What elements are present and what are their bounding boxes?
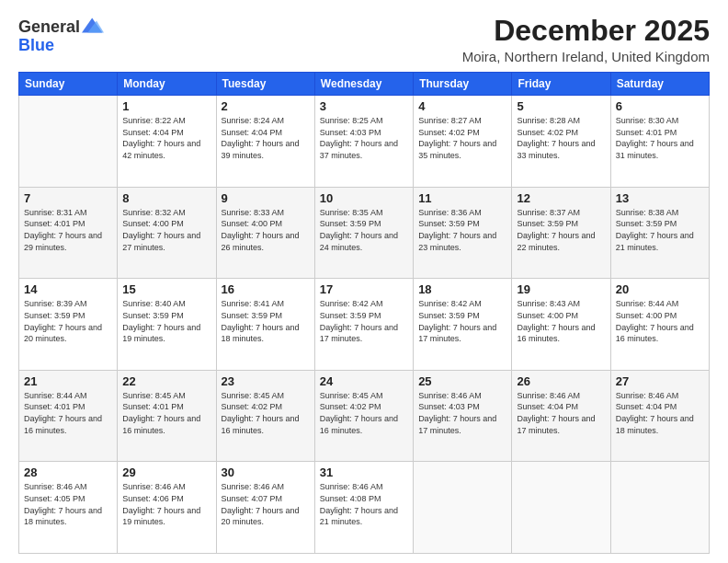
day-number: 27 bbox=[616, 374, 704, 388]
logo-blue-text: Blue bbox=[18, 37, 104, 55]
day-info: Sunrise: 8:45 AMSunset: 4:01 PMDaylight:… bbox=[122, 390, 210, 436]
day-info: Sunrise: 8:42 AMSunset: 3:59 PMDaylight:… bbox=[418, 298, 506, 344]
day-info: Sunrise: 8:39 AMSunset: 3:59 PMDaylight:… bbox=[24, 298, 112, 344]
calendar-cell: 24Sunrise: 8:45 AMSunset: 4:02 PMDayligh… bbox=[314, 370, 413, 462]
calendar-cell: 20Sunrise: 8:44 AMSunset: 4:00 PMDayligh… bbox=[610, 279, 709, 371]
calendar-cell bbox=[414, 462, 512, 554]
calendar-cell: 25Sunrise: 8:46 AMSunset: 4:03 PMDayligh… bbox=[414, 370, 512, 462]
day-number: 2 bbox=[222, 99, 310, 113]
day-number: 5 bbox=[517, 99, 605, 113]
calendar-cell: 6Sunrise: 8:30 AMSunset: 4:01 PMDaylight… bbox=[610, 96, 709, 188]
calendar-cell: 10Sunrise: 8:35 AMSunset: 3:59 PMDayligh… bbox=[314, 187, 413, 279]
day-info: Sunrise: 8:22 AMSunset: 4:04 PMDaylight:… bbox=[122, 115, 210, 161]
calendar-cell: 11Sunrise: 8:36 AMSunset: 3:59 PMDayligh… bbox=[414, 187, 512, 279]
calendar-cell: 15Sunrise: 8:40 AMSunset: 3:59 PMDayligh… bbox=[118, 279, 216, 371]
day-number: 21 bbox=[24, 374, 112, 388]
day-info: Sunrise: 8:41 AMSunset: 3:59 PMDaylight:… bbox=[222, 298, 310, 344]
calendar-cell bbox=[512, 462, 610, 554]
day-info: Sunrise: 8:42 AMSunset: 3:59 PMDaylight:… bbox=[320, 298, 408, 344]
day-number: 14 bbox=[24, 282, 112, 296]
day-info: Sunrise: 8:30 AMSunset: 4:01 PMDaylight:… bbox=[616, 115, 704, 161]
day-info: Sunrise: 8:45 AMSunset: 4:02 PMDaylight:… bbox=[320, 390, 408, 436]
day-number: 31 bbox=[320, 465, 408, 479]
day-info: Sunrise: 8:35 AMSunset: 3:59 PMDaylight:… bbox=[320, 207, 408, 253]
location: Moira, Northern Ireland, United Kingdom bbox=[462, 49, 710, 64]
day-number: 16 bbox=[222, 282, 310, 296]
month-title: December 2025 bbox=[462, 15, 710, 47]
day-number: 24 bbox=[320, 374, 408, 388]
calendar-cell: 31Sunrise: 8:46 AMSunset: 4:08 PMDayligh… bbox=[314, 462, 413, 554]
calendar-cell: 4Sunrise: 8:27 AMSunset: 4:02 PMDaylight… bbox=[414, 96, 512, 188]
calendar-week-row: 1Sunrise: 8:22 AMSunset: 4:04 PMDaylight… bbox=[19, 96, 710, 188]
day-number: 6 bbox=[616, 99, 704, 113]
calendar-cell: 9Sunrise: 8:33 AMSunset: 4:00 PMDaylight… bbox=[216, 187, 314, 279]
calendar-week-row: 21Sunrise: 8:44 AMSunset: 4:01 PMDayligh… bbox=[19, 370, 710, 462]
calendar-cell: 29Sunrise: 8:46 AMSunset: 4:06 PMDayligh… bbox=[118, 462, 216, 554]
day-info: Sunrise: 8:44 AMSunset: 4:01 PMDaylight:… bbox=[24, 390, 112, 436]
day-number: 12 bbox=[517, 191, 605, 205]
day-number: 15 bbox=[122, 282, 210, 296]
day-number: 23 bbox=[222, 374, 310, 388]
calendar-cell: 21Sunrise: 8:44 AMSunset: 4:01 PMDayligh… bbox=[19, 370, 118, 462]
calendar-cell: 8Sunrise: 8:32 AMSunset: 4:00 PMDaylight… bbox=[118, 187, 216, 279]
calendar-cell: 19Sunrise: 8:43 AMSunset: 4:00 PMDayligh… bbox=[512, 279, 610, 371]
day-number: 19 bbox=[517, 282, 605, 296]
day-number: 22 bbox=[122, 374, 210, 388]
day-number: 9 bbox=[222, 191, 310, 205]
weekday-header-row: SundayMondayTuesdayWednesdayThursdayFrid… bbox=[19, 73, 710, 96]
weekday-header-tuesday: Tuesday bbox=[216, 73, 314, 96]
calendar-cell: 18Sunrise: 8:42 AMSunset: 3:59 PMDayligh… bbox=[414, 279, 512, 371]
day-number: 11 bbox=[418, 191, 506, 205]
calendar-cell: 30Sunrise: 8:46 AMSunset: 4:07 PMDayligh… bbox=[216, 462, 314, 554]
calendar-cell: 3Sunrise: 8:25 AMSunset: 4:03 PMDaylight… bbox=[314, 96, 413, 188]
day-number: 18 bbox=[418, 282, 506, 296]
weekday-header-saturday: Saturday bbox=[610, 73, 709, 96]
day-info: Sunrise: 8:46 AMSunset: 4:06 PMDaylight:… bbox=[122, 481, 210, 527]
day-number: 26 bbox=[517, 374, 605, 388]
day-info: Sunrise: 8:40 AMSunset: 3:59 PMDaylight:… bbox=[122, 298, 210, 344]
day-number: 25 bbox=[418, 374, 506, 388]
calendar-cell: 27Sunrise: 8:46 AMSunset: 4:04 PMDayligh… bbox=[610, 370, 709, 462]
day-number: 7 bbox=[24, 191, 112, 205]
day-info: Sunrise: 8:32 AMSunset: 4:00 PMDaylight:… bbox=[122, 207, 210, 253]
calendar-cell: 13Sunrise: 8:38 AMSunset: 3:59 PMDayligh… bbox=[610, 187, 709, 279]
day-info: Sunrise: 8:45 AMSunset: 4:02 PMDaylight:… bbox=[222, 390, 310, 436]
calendar-week-row: 28Sunrise: 8:46 AMSunset: 4:05 PMDayligh… bbox=[19, 462, 710, 554]
day-number: 1 bbox=[122, 99, 210, 113]
calendar-cell: 2Sunrise: 8:24 AMSunset: 4:04 PMDaylight… bbox=[216, 96, 314, 188]
calendar-cell: 17Sunrise: 8:42 AMSunset: 3:59 PMDayligh… bbox=[314, 279, 413, 371]
weekday-header-monday: Monday bbox=[118, 73, 216, 96]
day-info: Sunrise: 8:28 AMSunset: 4:02 PMDaylight:… bbox=[517, 115, 605, 161]
day-info: Sunrise: 8:31 AMSunset: 4:01 PMDaylight:… bbox=[24, 207, 112, 253]
day-info: Sunrise: 8:46 AMSunset: 4:04 PMDaylight:… bbox=[517, 390, 605, 436]
day-info: Sunrise: 8:46 AMSunset: 4:04 PMDaylight:… bbox=[616, 390, 704, 436]
title-block: December 2025 Moira, Northern Ireland, U… bbox=[462, 15, 710, 64]
day-info: Sunrise: 8:36 AMSunset: 3:59 PMDaylight:… bbox=[418, 207, 506, 253]
calendar-cell: 28Sunrise: 8:46 AMSunset: 4:05 PMDayligh… bbox=[19, 462, 118, 554]
weekday-header-thursday: Thursday bbox=[414, 73, 512, 96]
day-info: Sunrise: 8:44 AMSunset: 4:00 PMDaylight:… bbox=[616, 298, 704, 344]
weekday-header-friday: Friday bbox=[512, 73, 610, 96]
day-info: Sunrise: 8:38 AMSunset: 3:59 PMDaylight:… bbox=[616, 207, 704, 253]
day-number: 3 bbox=[320, 99, 408, 113]
weekday-header-sunday: Sunday bbox=[19, 73, 118, 96]
day-info: Sunrise: 8:37 AMSunset: 3:59 PMDaylight:… bbox=[517, 207, 605, 253]
day-number: 13 bbox=[616, 191, 704, 205]
calendar-cell: 7Sunrise: 8:31 AMSunset: 4:01 PMDaylight… bbox=[19, 187, 118, 279]
calendar-cell: 22Sunrise: 8:45 AMSunset: 4:01 PMDayligh… bbox=[118, 370, 216, 462]
day-info: Sunrise: 8:27 AMSunset: 4:02 PMDaylight:… bbox=[418, 115, 506, 161]
page: General Blue December 2025 Moira, Northe… bbox=[0, 0, 728, 563]
calendar-cell: 16Sunrise: 8:41 AMSunset: 3:59 PMDayligh… bbox=[216, 279, 314, 371]
day-info: Sunrise: 8:33 AMSunset: 4:00 PMDaylight:… bbox=[222, 207, 310, 253]
day-number: 8 bbox=[122, 191, 210, 205]
calendar-cell bbox=[19, 96, 118, 188]
header: General Blue December 2025 Moira, Northe… bbox=[18, 15, 710, 64]
day-number: 10 bbox=[320, 191, 408, 205]
day-number: 30 bbox=[222, 465, 310, 479]
day-number: 28 bbox=[24, 465, 112, 479]
logo: General Blue bbox=[18, 18, 104, 55]
logo-general-text: General bbox=[18, 18, 80, 37]
day-number: 17 bbox=[320, 282, 408, 296]
day-number: 20 bbox=[616, 282, 704, 296]
calendar-cell: 14Sunrise: 8:39 AMSunset: 3:59 PMDayligh… bbox=[19, 279, 118, 371]
